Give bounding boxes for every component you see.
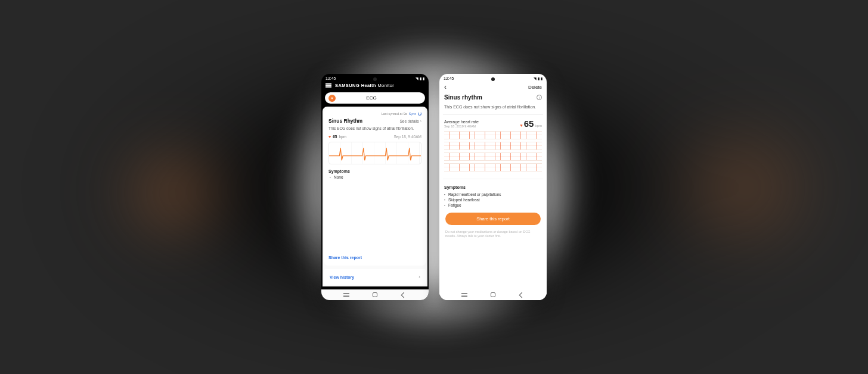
heart-icon: ♥	[328, 135, 331, 139]
ahr-row: Average heart rate Sep 18, 2019 9:40AM ♥…	[444, 119, 542, 129]
camera-hole	[491, 77, 495, 81]
result-description: This ECG does not show signs of atrial f…	[444, 104, 542, 110]
card-header: Sinus Rhythm See details ›	[328, 118, 421, 124]
status-icons: ◥ ▮ ▮	[534, 76, 542, 80]
phone-overview: 12:45 ◥ ▮ ▮ SAMSUNG Health Monitor ♥ ECG…	[321, 74, 429, 300]
battery-icon: ▮	[423, 76, 424, 80]
back-button[interactable]: ‹	[444, 83, 447, 91]
nav-recents-button[interactable]	[460, 292, 469, 298]
bpm-value: 65	[333, 135, 337, 139]
rhythm-title: Sinus Rhythm	[328, 118, 362, 124]
wifi-icon: ◥	[416, 76, 418, 80]
main-panel: Last synced at 9a Sync Sinus Rhythm See …	[323, 107, 427, 286]
symptom-item: Fatigue	[444, 202, 542, 208]
status-time: 12:45	[326, 76, 336, 80]
symptom-item: Skipped heartbeat	[444, 197, 542, 202]
view-history-button[interactable]: View history ›	[324, 269, 426, 285]
ecg-waveform-row	[444, 163, 542, 172]
wifi-icon: ◥	[534, 76, 537, 80]
ecg-waveform-row	[444, 131, 542, 139]
history-label: View history	[330, 275, 354, 279]
nav-home-button[interactable]	[489, 292, 497, 298]
top-bar: ‹ Delete	[443, 82, 543, 94]
result-card: Last synced at 9a Sync Sinus Rhythm See …	[324, 108, 426, 266]
info-icon[interactable]: i	[537, 95, 542, 100]
timestamp: Sep 18, 9:40AM	[393, 135, 421, 139]
nav-back-button[interactable]	[517, 292, 526, 298]
heart-rate-panel: Average heart rate Sep 18, 2019 9:40AM ♥…	[443, 114, 543, 179]
nav-bar	[439, 289, 547, 300]
mode-pill[interactable]: ♥ ECG	[325, 92, 425, 104]
sync-prefix: Last synced at 9a	[382, 112, 407, 116]
ahr-label: Average heart rate	[444, 120, 479, 124]
sync-row: Last synced at 9a Sync	[328, 112, 421, 116]
signal-icon: ▮	[420, 76, 421, 80]
heart-rate-row: ♥ 65 bpm Sep 18, 9:40AM	[328, 135, 421, 139]
app-title: SAMSUNG Health Monitor	[335, 83, 394, 88]
symptom-item: Rapid heartbeat or palpitations	[444, 192, 542, 197]
symptoms-list: Rapid heartbeat or palpitations Skipped …	[443, 191, 543, 208]
sync-button[interactable]: Sync	[409, 112, 416, 116]
nav-bar	[321, 289, 429, 300]
rhythm-title: Sinus rhythm	[444, 94, 482, 101]
ecg-waveform-row	[444, 152, 542, 161]
bpm-unit: bpm	[339, 135, 346, 139]
signal-icon: ▮	[538, 76, 540, 80]
chevron-right-icon: ›	[418, 274, 420, 280]
share-report-button[interactable]: Share this report	[445, 213, 541, 225]
phone-detail: 12:45 ◥ ▮ ▮ ‹ Delete Sinus rhythm i This…	[439, 74, 547, 300]
symptoms-list: None	[328, 174, 421, 180]
symptoms-title: Symptoms	[328, 169, 421, 173]
ahr-timestamp: Sep 18, 2019 9:40AM	[444, 124, 479, 128]
bpm-value: 65	[524, 119, 534, 129]
symptoms-title: Symptoms	[443, 185, 543, 189]
detail-screen: ‹ Delete Sinus rhythm i This ECG does no…	[439, 82, 547, 300]
nav-recents-button[interactable]	[342, 292, 351, 298]
heart-icon: ♥	[520, 123, 522, 127]
ecg-waveform	[328, 142, 421, 164]
bpm-unit: bpm	[535, 124, 542, 127]
ecg-waveform-row	[444, 142, 542, 150]
chevron-right-icon: ›	[420, 119, 421, 123]
delete-button[interactable]: Delete	[528, 85, 542, 90]
sync-icon	[418, 112, 421, 116]
see-details-link[interactable]: See details ›	[399, 119, 421, 123]
title-row: Sinus rhythm i	[443, 94, 543, 101]
camera-hole	[373, 77, 377, 81]
symptom-item: None	[330, 174, 421, 180]
nav-home-button[interactable]	[371, 292, 379, 298]
status-time: 12:45	[444, 76, 454, 80]
share-report-link[interactable]: Share this report	[328, 251, 421, 262]
result-description: This ECG does not show signs of atrial f…	[328, 126, 421, 131]
status-icons: ◥ ▮ ▮	[416, 76, 424, 80]
mode-label: ECG	[332, 95, 411, 101]
disclaimer-text: Do not change your medications or dosage…	[443, 230, 543, 242]
nav-back-button[interactable]	[399, 292, 408, 298]
battery-icon: ▮	[541, 76, 542, 80]
app-bar: SAMSUNG Health Monitor	[321, 82, 429, 91]
menu-icon[interactable]	[326, 83, 331, 87]
